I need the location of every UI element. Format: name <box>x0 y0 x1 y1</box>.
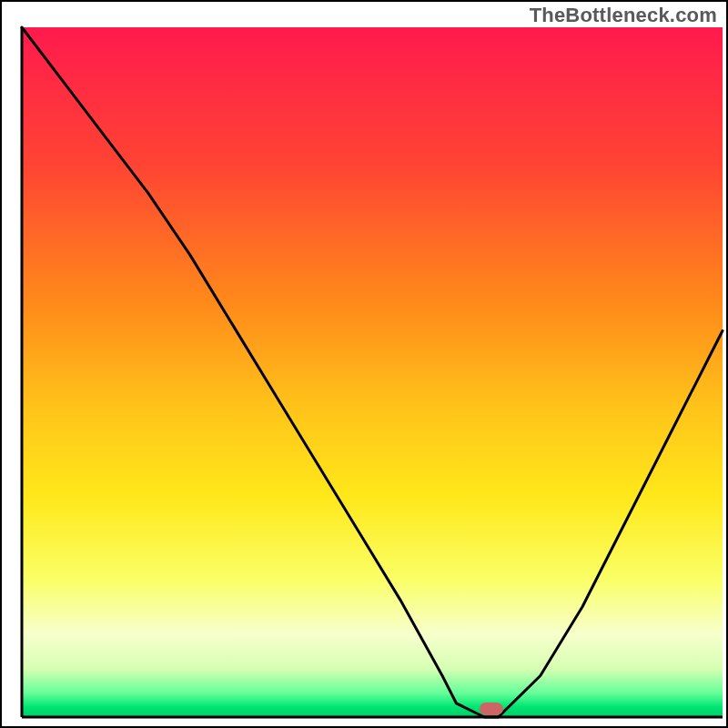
watermark-text: TheBottleneck.com <box>530 4 717 27</box>
chart-frame: TheBottleneck.com <box>0 0 728 728</box>
svg-rect-0 <box>22 27 723 717</box>
bottleneck-chart <box>0 0 728 728</box>
svg-rect-1 <box>480 703 503 715</box>
